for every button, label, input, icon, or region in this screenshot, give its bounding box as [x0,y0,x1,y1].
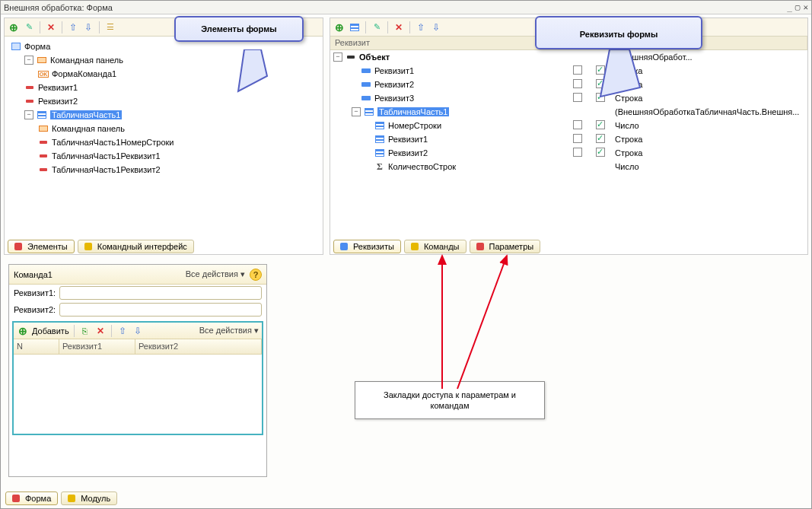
move-up-icon[interactable]: ⇧ [415,21,427,33]
callout-attrs: Реквизиты формы [535,16,702,49]
right-tabs: Реквизиты Команды Параметры [330,237,807,254]
checkbox[interactable] [573,120,582,129]
checkbox[interactable] [573,93,582,102]
rek2-input[interactable] [59,303,262,317]
tab-parametry[interactable]: Параметры [470,240,541,253]
add-button[interactable]: Добавить [32,326,69,336]
all-actions-button[interactable]: Все действия ▾ [186,269,245,279]
callout-elements: Элементы формы [174,16,304,42]
tree-form-cmd1: OKФормаКоманда1 [8,67,320,81]
checkbox[interactable] [596,134,605,143]
attrs-tree[interactable]: −Объект.ВнешняяОбработ... Реквизит1Строк… [330,50,807,237]
tree-rek1: Реквизит1 [8,81,320,94]
col-n[interactable]: N [14,339,59,354]
tab-command-interface[interactable]: Командный интерфейс [78,240,194,253]
checkbox[interactable] [573,148,582,157]
preview-table: ⊕Добавить ⎘ ✕ ⇧ ⇩ Все действия ▾ N Рекви… [12,321,263,435]
delete-icon[interactable]: ✕ [393,21,405,33]
form-icon [12,495,20,502]
all-actions-button[interactable]: Все действия ▾ [199,326,259,336]
edit-icon[interactable]: ✎ [23,21,35,33]
expander-icon[interactable]: − [24,56,33,65]
window-titlebar: Внешняя обработка: Форма _ ▢ ✕ [1,1,811,14]
window-title: Внешняя обработка: Форма [4,3,784,12]
help-icon[interactable]: ? [250,269,262,281]
checkbox[interactable] [596,79,605,88]
tree-tab1-nom: ТабличнаяЧасть1НомерСтроки [8,135,320,149]
tree-tab1: −ТабличнаяЧасть1 [8,108,320,122]
move-down-icon[interactable]: ⇩ [430,21,442,33]
minimize-icon[interactable]: _ [787,2,792,12]
elements-tree[interactable]: Форма −Командная панель OKФормаКоманда1 … [5,37,323,237]
expander-icon[interactable]: − [24,110,33,119]
form-elements-panel: ⊕ ✎ ✕ ⇧ ⇩ ☰ Форма −Командная панель OKФо… [4,17,323,255]
checkbox[interactable] [573,65,582,75]
add-col-icon[interactable] [349,21,361,33]
col-r1[interactable]: Реквизит1 [59,339,135,354]
copy-icon[interactable]: ⎘ [79,325,91,337]
callout-tabs-info: Закладки доступа к параметрам и командам [355,381,545,419]
checkbox[interactable] [596,93,605,102]
add-icon[interactable]: ⊕ [8,21,20,33]
tree-rek2: Реквизит2 [8,94,320,108]
form-attrs-panel: ⊕ ✎ ✕ ⇧ ⇩ Реквизит −Объект.ВнешняяОбрабо… [330,17,808,255]
add-icon[interactable]: ⊕ [333,21,345,33]
col-r2[interactable]: Реквизит2 [135,339,262,354]
tab-modul[interactable]: Модуль [61,492,117,505]
rek2-label: Реквизит2: [14,305,59,314]
props-icon[interactable]: ☰ [104,21,116,33]
tab-rekvizity[interactable]: Реквизиты [333,240,401,253]
close-icon[interactable]: ✕ [803,2,808,12]
delete-icon[interactable]: ✕ [45,21,57,33]
left-tabs: Элементы Командный интерфейс [5,237,323,254]
delete-icon[interactable]: ✕ [94,325,107,337]
checkbox[interactable] [573,134,582,143]
move-up-icon[interactable]: ⇧ [67,21,79,33]
tab-forma[interactable]: Форма [5,492,58,505]
tree-cmd-panel2: Командная панель [8,122,320,135]
module-icon [68,495,75,502]
tree-cmd-panel: −Командная панель [8,53,320,67]
move-up-icon[interactable]: ⇧ [116,325,129,337]
rek1-input[interactable] [59,286,262,300]
move-down-icon[interactable]: ⇩ [82,21,94,33]
edit-icon[interactable]: ✎ [371,21,383,33]
expander-icon[interactable]: − [352,107,361,116]
tree-tab1-r1: ТабличнаяЧасть1Реквизит1 [8,149,320,163]
rek1-label: Реквизит1: [14,288,59,297]
preview-cmd-link[interactable]: Команда1 [14,270,186,279]
tab-elements[interactable]: Элементы [8,240,75,253]
sigma-icon: Σ [374,162,385,171]
checkbox[interactable] [596,65,605,75]
tree-tab1-r2: ТабличнаяЧасть1Реквизит2 [8,163,320,177]
maximize-icon[interactable]: ▢ [795,2,801,12]
checkbox[interactable] [596,120,605,129]
form-preview: Команда1 Все действия ▾ ? Реквизит1: Рек… [8,264,267,477]
move-down-icon[interactable]: ⇩ [132,325,144,337]
tab-komandy[interactable]: Команды [404,240,467,253]
add-icon[interactable]: ⊕ [17,325,29,337]
checkbox[interactable] [573,79,582,88]
expander-icon[interactable]: − [333,52,342,62]
svg-line-4 [457,256,507,389]
checkbox[interactable] [596,148,605,157]
